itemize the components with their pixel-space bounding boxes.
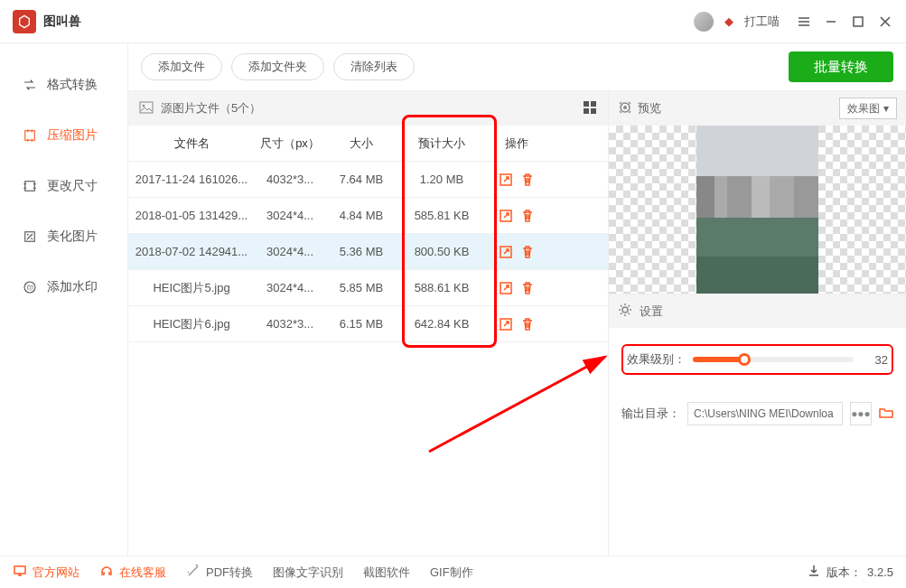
settings-label: 设置 [640, 303, 663, 320]
svg-rect-10 [584, 108, 589, 114]
headset-icon [99, 564, 114, 581]
output-dir-label: 输出目录： [621, 406, 680, 422]
maximize-button[interactable] [850, 14, 866, 30]
sidebar-item-compress[interactable]: 压缩图片 [0, 110, 127, 161]
avatar[interactable] [694, 12, 714, 32]
table-row[interactable]: 2018-07-02 142941... 3024*4... 5.36 MB 8… [128, 234, 608, 270]
footer-screenshot[interactable]: 截图软件 [363, 565, 410, 581]
col-size: 大小 [325, 135, 397, 152]
col-dimensions: 尺寸（px） [255, 135, 325, 152]
watermark-icon: 印 [22, 279, 38, 295]
delete-icon[interactable] [520, 173, 535, 187]
footer-version[interactable]: 版本：3.2.5 [807, 564, 893, 581]
sidebar-item-beautify[interactable]: 美化图片 [0, 211, 127, 262]
wand-icon [186, 564, 201, 581]
gear-icon [618, 303, 632, 320]
col-operations: 操作 [486, 135, 547, 152]
chevron-down-icon: ▾ [883, 102, 889, 115]
minimize-button[interactable] [823, 14, 839, 30]
svg-rect-2 [25, 182, 35, 191]
svg-rect-8 [584, 101, 589, 107]
preview-mode-dropdown[interactable]: 效果图 ▾ [839, 98, 897, 119]
file-section-label: 源图片文件（5个） [161, 100, 261, 117]
clear-list-button[interactable]: 清除列表 [333, 53, 415, 80]
open-icon[interactable] [499, 173, 513, 187]
menu-button[interactable] [796, 14, 812, 30]
sidebar-item-label: 添加水印 [47, 279, 98, 295]
app-logo [13, 10, 36, 33]
beautify-icon [22, 229, 38, 245]
svg-rect-21 [14, 566, 25, 574]
svg-text:印: 印 [27, 285, 33, 291]
more-button[interactable]: ●●● [850, 402, 872, 425]
sidebar-item-label: 美化图片 [47, 229, 98, 245]
svg-point-7 [143, 104, 145, 107]
monitor-icon [13, 564, 27, 581]
svg-rect-1 [25, 131, 35, 141]
footer-support[interactable]: 在线客服 [99, 564, 166, 581]
preview-icon [618, 100, 632, 117]
add-file-button[interactable]: 添加文件 [141, 53, 222, 80]
image-icon [139, 100, 154, 117]
table-row[interactable]: HEIC图片6.jpg 4032*3... 6.15 MB 642.84 KB [128, 306, 608, 342]
folder-icon[interactable] [879, 406, 893, 423]
sidebar-item-resize[interactable]: 更改尺寸 [0, 161, 127, 211]
table-header: 文件名 尺寸（px） 大小 预计大小 操作 [128, 126, 608, 162]
open-icon[interactable] [499, 209, 513, 223]
download-icon [807, 564, 821, 581]
add-folder-button[interactable]: 添加文件夹 [231, 53, 324, 80]
sidebar-item-label: 格式转换 [47, 77, 98, 93]
footer-website[interactable]: 官方网站 [13, 564, 79, 581]
footer-pdf[interactable]: PDF转换 [186, 564, 253, 581]
user-name[interactable]: 打工喵 [744, 14, 780, 30]
table-row[interactable]: 2017-11-24 161026... 4032*3... 7.64 MB 1… [128, 162, 608, 198]
table-row[interactable]: 2018-01-05 131429... 3024*4... 4.84 MB 5… [128, 198, 608, 234]
col-filename: 文件名 [128, 135, 255, 152]
delete-icon[interactable] [520, 317, 535, 331]
delete-icon[interactable] [520, 281, 535, 295]
output-path-input[interactable] [687, 402, 843, 425]
quality-slider-row: 效果级别： 32 [621, 344, 893, 375]
sidebar-item-label: 压缩图片 [47, 127, 98, 144]
preview-image [696, 126, 818, 294]
svg-point-18 [623, 106, 627, 109]
open-icon[interactable] [499, 245, 513, 259]
svg-rect-6 [140, 102, 153, 113]
close-button[interactable] [877, 14, 893, 30]
preview-canvas [609, 126, 906, 294]
footer-ocr[interactable]: 图像文字识别 [273, 565, 343, 581]
batch-convert-button[interactable]: 批量转换 [789, 51, 893, 82]
vip-icon: ◆ [724, 14, 733, 28]
sidebar-item-label: 更改尺寸 [47, 178, 98, 194]
sidebar-item-format-convert[interactable]: 格式转换 [0, 60, 127, 110]
resize-icon [22, 178, 38, 194]
col-estimated-size: 预计大小 [397, 135, 486, 152]
quality-slider[interactable] [693, 357, 854, 362]
footer-gif[interactable]: GIF制作 [430, 565, 473, 581]
svg-rect-11 [591, 108, 596, 114]
table-row[interactable]: HEIC图片5.jpg 3024*4... 5.85 MB 588.61 KB [128, 270, 608, 306]
preview-label: 预览 [638, 100, 661, 117]
grid-view-icon[interactable] [583, 100, 597, 117]
compress-icon [22, 127, 38, 144]
quality-label: 效果级别： [627, 351, 686, 368]
sidebar-item-watermark[interactable]: 印 添加水印 [0, 262, 127, 313]
app-title: 图叫兽 [43, 14, 81, 30]
svg-rect-0 [854, 17, 863, 26]
delete-icon[interactable] [520, 209, 535, 223]
open-icon[interactable] [499, 317, 513, 331]
convert-icon [22, 77, 38, 93]
open-icon[interactable] [499, 281, 513, 295]
svg-point-19 [622, 307, 628, 313]
delete-icon[interactable] [520, 245, 535, 259]
svg-rect-9 [591, 101, 596, 107]
quality-value: 32 [861, 353, 888, 367]
slider-knob[interactable] [738, 353, 751, 366]
